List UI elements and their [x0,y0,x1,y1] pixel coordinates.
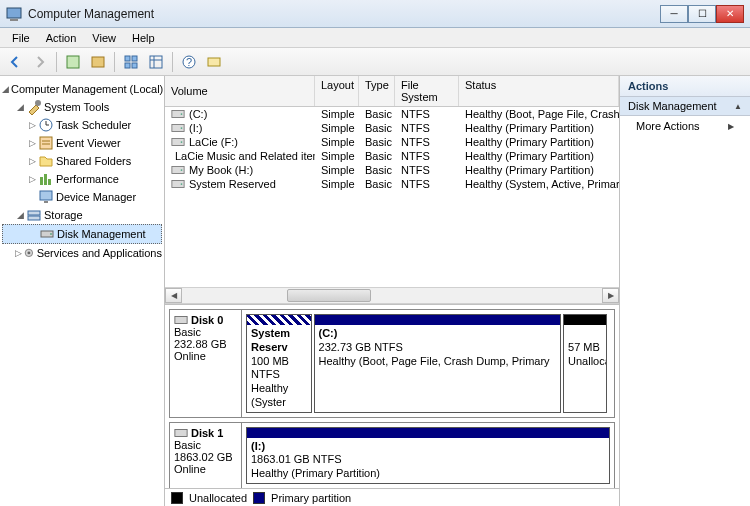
partition[interactable]: System Reserv100 MB NTFSHealthy (Syster [246,314,312,413]
tree-storage[interactable]: ◢ Storage [2,206,162,224]
scroll-thumb[interactable] [287,289,371,302]
tree-performance[interactable]: ▷ Performance [2,170,162,188]
disk-info[interactable]: Disk 0Basic232.88 GBOnline [170,310,242,417]
svg-point-33 [27,252,30,255]
expand-icon[interactable]: ◢ [14,210,26,220]
legend-label-unallocated: Unallocated [189,492,247,504]
volume-layout: Simple [315,164,359,176]
volume-type: Basic [359,122,395,134]
volume-fs: NTFS [395,122,459,134]
tree-device-manager[interactable]: Device Manager [2,188,162,206]
svg-rect-29 [28,216,40,220]
volume-row[interactable]: My Book (H:)SimpleBasicNTFSHealthy (Prim… [165,163,619,177]
volume-name: My Book (H:) [189,164,253,176]
tree-task-scheduler[interactable]: ▷ Task Scheduler [2,116,162,134]
scroll-track[interactable] [182,288,602,303]
volume-status: Healthy (Boot, Page File, Crash Dump, Pr… [459,108,619,120]
volume-list-header: Volume Layout Type File System Status [165,76,619,107]
volume-row[interactable]: LaCie (F:)SimpleBasicNTFSHealthy (Primar… [165,135,619,149]
expand-icon[interactable]: ◢ [2,84,9,94]
expand-icon[interactable]: ▷ [26,138,38,148]
partition-label: (C:) [319,327,338,339]
drive-icon [171,122,185,134]
expand-icon[interactable]: ▷ [26,174,38,184]
svg-rect-7 [132,63,137,68]
svg-rect-25 [48,179,51,185]
nav-back-button[interactable] [4,51,26,73]
expand-icon[interactable]: ▷ [26,120,38,130]
tree-root[interactable]: ◢ Computer Management (Local) [2,80,162,98]
actions-header: Actions [620,76,750,97]
tree-event-viewer[interactable]: ▷ Event Viewer [2,134,162,152]
svg-point-45 [181,183,183,185]
partition-stripe [564,315,606,325]
menu-file[interactable]: File [4,30,38,46]
volume-row[interactable]: System ReservedSimpleBasicNTFSHealthy (S… [165,177,619,191]
partition[interactable]: (I:)1863.01 GB NTFSHealthy (Primary Part… [246,427,610,484]
volume-row[interactable]: LaCie Music and Related items (G:)Simple… [165,149,619,163]
tree-label: Task Scheduler [56,119,131,131]
volume-status: Healthy (Primary Partition) [459,164,619,176]
maximize-button[interactable]: ☐ [688,5,716,23]
drive-icon [171,136,185,148]
actions-pane: Actions Disk Management ▲ More Actions ▶ [620,76,750,506]
actions-more[interactable]: More Actions ▶ [620,116,750,136]
partition-status: Unallocated [568,355,607,367]
refresh-button[interactable] [120,51,142,73]
scroll-left-button[interactable]: ◀ [165,288,182,303]
volume-row[interactable]: (I:)SimpleBasicNTFSHealthy (Primary Part… [165,121,619,135]
partition[interactable]: 57 MBUnallocated [563,314,607,413]
svg-rect-0 [7,8,21,18]
partition-stripe [315,315,561,325]
volume-name: (I:) [189,122,202,134]
toolbar-button-6[interactable] [203,51,225,73]
volume-hscrollbar[interactable]: ◀ ▶ [165,287,619,304]
col-status[interactable]: Status [459,76,619,106]
svg-point-37 [181,127,183,129]
toolbar-button-1[interactable] [62,51,84,73]
svg-rect-3 [92,57,104,67]
toolbar-button-4[interactable] [145,51,167,73]
svg-rect-8 [150,56,162,68]
minimize-button[interactable]: ─ [660,5,688,23]
tree-label: Disk Management [57,228,146,240]
folder-icon [38,153,54,169]
tree-services-apps[interactable]: ▷ Services and Applications [2,244,162,262]
legend-swatch-unallocated [171,492,183,504]
tree-disk-management[interactable]: Disk Management [2,224,162,244]
menu-help[interactable]: Help [124,30,163,46]
svg-rect-4 [125,56,130,61]
col-fs[interactable]: File System [395,76,459,106]
disk-status: Online [174,350,237,362]
col-layout[interactable]: Layout [315,76,359,106]
volume-layout: Simple [315,108,359,120]
expand-icon[interactable]: ◢ [14,102,26,112]
disk-row: Disk 1Basic1863.02 GBOnline(I:)1863.01 G… [169,422,615,489]
menu-view[interactable]: View [84,30,124,46]
partition-size: 1863.01 GB NTFS [251,453,342,465]
col-volume[interactable]: Volume [165,76,315,106]
expand-icon[interactable]: ▷ [14,248,23,258]
volume-type: Basic [359,150,395,162]
disk-info[interactable]: Disk 1Basic1863.02 GBOnline [170,423,242,488]
volume-row[interactable]: (C:)SimpleBasicNTFSHealthy (Boot, Page F… [165,107,619,121]
volume-name: (C:) [189,108,207,120]
disk-icon [39,226,55,242]
tree-shared-folders[interactable]: ▷ Shared Folders [2,152,162,170]
help-button[interactable]: ? [178,51,200,73]
nav-forward-button[interactable] [29,51,51,73]
svg-rect-1 [10,19,18,21]
tree-system-tools[interactable]: ◢ System Tools [2,98,162,116]
expand-icon[interactable]: ▷ [26,156,38,166]
partition[interactable]: (C:)232.73 GB NTFSHealthy (Boot, Page Fi… [314,314,562,413]
actions-context[interactable]: Disk Management ▲ [620,97,750,116]
partition-status: Healthy (Boot, Page File, Crash Dump, Pr… [319,355,550,367]
volume-fs: NTFS [395,108,459,120]
toolbar-button-2[interactable] [87,51,109,73]
col-type[interactable]: Type [359,76,395,106]
scroll-right-button[interactable]: ▶ [602,288,619,303]
close-button[interactable]: ✕ [716,5,744,23]
tree-label: Services and Applications [37,247,162,259]
menu-action[interactable]: Action [38,30,85,46]
legend: Unallocated Primary partition [165,488,619,506]
